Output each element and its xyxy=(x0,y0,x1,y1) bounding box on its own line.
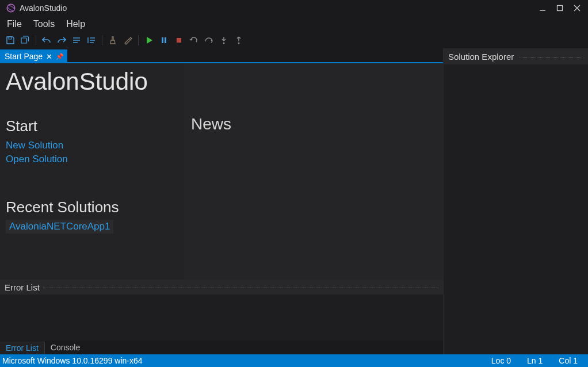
svg-point-17 xyxy=(223,43,225,44)
new-solution-link[interactable]: New Solution xyxy=(6,139,178,152)
panel-title: Solution Explorer xyxy=(448,52,514,62)
tab-console[interactable]: Console xyxy=(45,342,86,353)
error-list-body xyxy=(0,295,443,341)
pause-icon[interactable] xyxy=(158,35,170,46)
title-bar: AvalonStudio xyxy=(0,0,588,16)
open-solution-link[interactable]: Open Solution xyxy=(6,152,178,166)
status-bar: Microsoft Windows 10.0.16299 win-x64 Loc… xyxy=(0,354,588,367)
svg-point-18 xyxy=(238,43,240,44)
start-page: AvalonStudio Start New Solution Open Sol… xyxy=(0,63,443,280)
restart-icon[interactable] xyxy=(188,35,200,46)
document-tab-bar: Start Page ✕ 📌 xyxy=(0,48,443,63)
start-heading: Start xyxy=(6,117,178,135)
close-button[interactable] xyxy=(568,2,586,14)
start-icon[interactable] xyxy=(143,35,155,46)
toolbar-separator xyxy=(36,35,36,45)
step-out-icon[interactable] xyxy=(233,35,245,46)
menu-tools[interactable]: Tools xyxy=(28,18,60,30)
news-heading: News xyxy=(191,115,436,133)
menu-file[interactable]: File xyxy=(1,18,28,30)
uncomment-icon[interactable] xyxy=(86,35,97,46)
stop-icon[interactable] xyxy=(173,35,185,46)
comment-icon[interactable] xyxy=(71,35,82,46)
recent-heading: Recent Solutions xyxy=(6,198,178,216)
app-logo-icon xyxy=(6,3,16,13)
start-page-title: AvalonStudio xyxy=(6,68,178,95)
recent-solution-item[interactable]: AvaloniaNETCoreApp1 xyxy=(6,220,113,234)
undo-icon[interactable] xyxy=(41,35,52,46)
svg-rect-16 xyxy=(177,38,181,43)
panel-title: Error List xyxy=(5,282,40,292)
app-title: AvalonStudio xyxy=(20,3,67,13)
status-os: Microsoft Windows 10.0.16299 win-x64 xyxy=(2,356,143,365)
save-icon[interactable] xyxy=(5,35,16,46)
tab-error-list[interactable]: Error List xyxy=(0,342,45,354)
close-icon[interactable]: ✕ xyxy=(46,52,52,61)
toolbar-separator xyxy=(138,35,139,45)
step-into-icon[interactable] xyxy=(218,35,230,46)
menu-help[interactable]: Help xyxy=(60,18,91,30)
solution-explorer-header[interactable]: Solution Explorer xyxy=(444,48,588,64)
status-line: Ln 1 xyxy=(519,356,551,365)
pin-icon[interactable]: 📌 xyxy=(56,53,64,60)
tab-start-page[interactable]: Start Page ✕ 📌 xyxy=(0,49,67,63)
clean-icon[interactable] xyxy=(107,35,119,46)
svg-rect-3 xyxy=(558,6,563,11)
build-icon[interactable] xyxy=(122,35,133,46)
menu-bar: File Tools Help xyxy=(0,16,588,32)
svg-rect-15 xyxy=(165,37,166,43)
tab-label: Start Page xyxy=(5,52,43,61)
status-col: Col 1 xyxy=(551,356,586,365)
solution-explorer: Solution Explorer xyxy=(444,48,588,354)
maximize-button[interactable] xyxy=(551,2,568,14)
bottom-panel: Error List Error List Console xyxy=(0,280,443,354)
bottom-panel-tabs: Error List Console xyxy=(0,341,443,354)
toolbar-separator xyxy=(102,35,102,45)
redo-icon[interactable] xyxy=(56,35,67,46)
error-list-header[interactable]: Error List xyxy=(0,280,443,295)
svg-rect-14 xyxy=(162,37,163,43)
toolbar xyxy=(0,32,588,48)
step-over-icon[interactable] xyxy=(203,35,215,46)
solution-explorer-body xyxy=(444,64,588,354)
save-all-icon[interactable] xyxy=(20,35,31,46)
minimize-button[interactable] xyxy=(534,2,551,14)
status-loc: Loc 0 xyxy=(483,356,519,365)
